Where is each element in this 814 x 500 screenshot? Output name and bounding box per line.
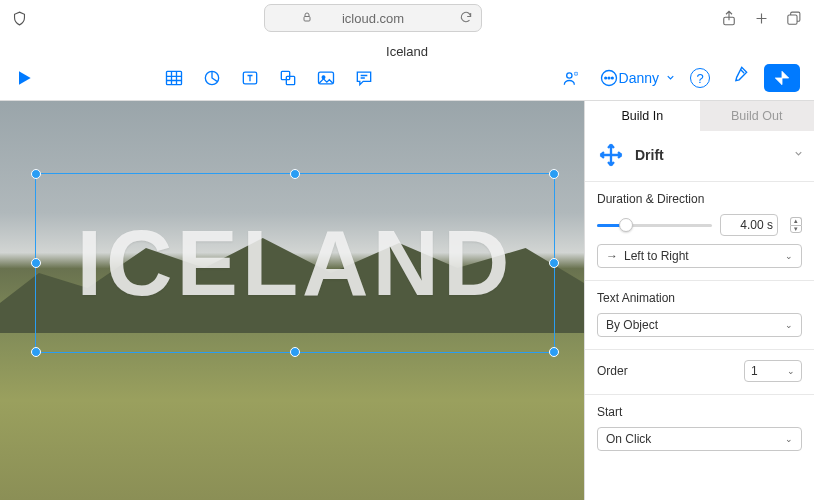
tab-build-out[interactable]: Build Out xyxy=(700,101,815,131)
insert-image-icon[interactable] xyxy=(316,68,336,88)
collaborate-icon[interactable] xyxy=(561,68,581,88)
document-title: Iceland xyxy=(14,40,800,65)
direction-select[interactable]: → Left to Right ⌄ xyxy=(597,244,802,268)
new-tab-icon[interactable] xyxy=(750,7,772,29)
privacy-shield-icon[interactable] xyxy=(10,9,28,27)
animate-inspector: Build In Build Out Drift Duration & Dire… xyxy=(584,101,814,500)
insert-comment-icon[interactable] xyxy=(354,68,374,88)
svg-rect-4 xyxy=(167,71,182,84)
slide-canvas[interactable]: ICELAND xyxy=(0,101,584,500)
text-animation-select[interactable]: By Object ⌄ xyxy=(597,313,802,337)
duration-stepper[interactable]: ▴▾ xyxy=(790,217,802,233)
url-text: icloud.com xyxy=(342,11,404,26)
slide-text: ICELAND xyxy=(36,174,554,352)
duration-value[interactable]: 4.00 s xyxy=(720,214,778,236)
start-label: Start xyxy=(597,405,802,419)
resize-handle[interactable] xyxy=(549,347,559,357)
svg-marker-18 xyxy=(775,78,782,85)
svg-point-11 xyxy=(566,73,571,78)
resize-handle[interactable] xyxy=(549,169,559,179)
resize-handle[interactable] xyxy=(290,169,300,179)
insert-text-icon[interactable] xyxy=(240,68,260,88)
resize-handle[interactable] xyxy=(31,258,41,268)
help-button[interactable]: ? xyxy=(690,68,710,88)
insert-chart-icon[interactable] xyxy=(202,68,222,88)
order-label: Order xyxy=(597,364,628,378)
chevron-down-icon: ⌄ xyxy=(785,251,793,261)
resize-handle[interactable] xyxy=(290,347,300,357)
address-bar[interactable]: icloud.com xyxy=(264,4,482,32)
insert-table-icon[interactable] xyxy=(164,68,184,88)
animate-panel-icon[interactable] xyxy=(764,64,800,92)
more-icon[interactable] xyxy=(599,68,619,88)
share-icon[interactable] xyxy=(718,7,740,29)
account-name[interactable]: Danny xyxy=(619,70,659,86)
svg-marker-17 xyxy=(782,71,789,78)
tabs-overview-icon[interactable] xyxy=(782,7,804,29)
resize-handle[interactable] xyxy=(31,169,41,179)
effect-name: Drift xyxy=(635,147,783,163)
svg-point-14 xyxy=(604,77,606,79)
duration-slider[interactable] xyxy=(597,224,712,227)
chevron-down-icon: ⌄ xyxy=(787,366,795,376)
account-chevron-icon[interactable] xyxy=(665,70,676,86)
resize-handle[interactable] xyxy=(31,347,41,357)
svg-marker-3 xyxy=(19,71,31,84)
svg-rect-7 xyxy=(281,71,289,79)
svg-rect-2 xyxy=(787,14,796,23)
resize-handle[interactable] xyxy=(549,258,559,268)
play-button[interactable] xyxy=(14,68,34,88)
duration-label: Duration & Direction xyxy=(597,192,802,206)
svg-rect-8 xyxy=(286,76,294,84)
tab-build-in[interactable]: Build In xyxy=(585,101,700,131)
svg-point-16 xyxy=(611,77,613,79)
svg-rect-0 xyxy=(304,16,310,21)
order-select[interactable]: 1 ⌄ xyxy=(744,360,802,382)
chevron-down-icon: ⌄ xyxy=(785,320,793,330)
insert-shape-icon[interactable] xyxy=(278,68,298,88)
svg-point-15 xyxy=(608,77,610,79)
start-select[interactable]: On Click ⌄ xyxy=(597,427,802,451)
text-animation-label: Text Animation xyxy=(597,291,802,305)
text-selection-box[interactable]: ICELAND xyxy=(35,173,555,353)
format-brush-icon[interactable] xyxy=(730,64,750,84)
chevron-down-icon: ⌄ xyxy=(785,434,793,444)
lock-icon xyxy=(301,11,313,26)
effect-disclosure-icon[interactable] xyxy=(793,148,804,162)
drift-effect-icon xyxy=(597,141,625,169)
refresh-icon[interactable] xyxy=(459,10,473,27)
